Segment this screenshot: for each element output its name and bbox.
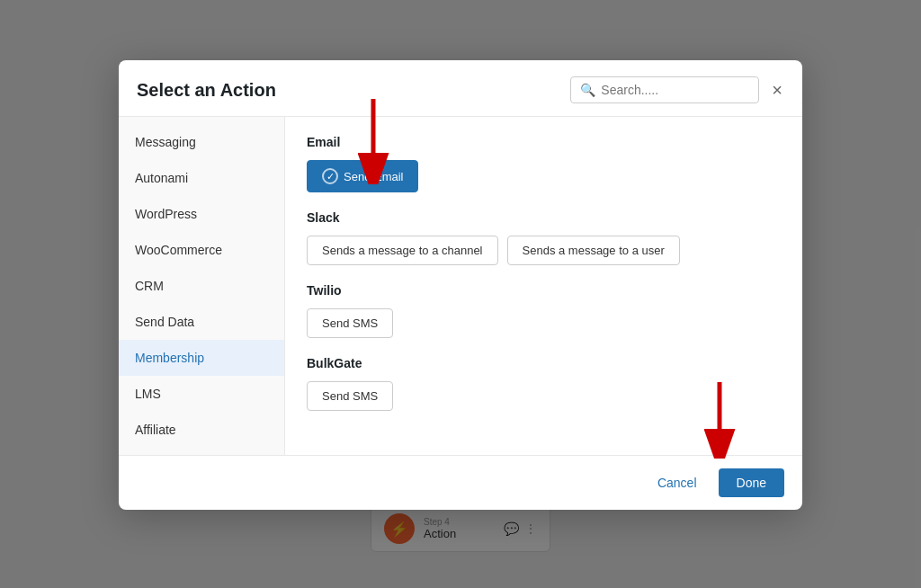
slack-channel-button[interactable]: Sends a message to a channel <box>307 236 498 265</box>
close-button[interactable]: × <box>770 79 784 101</box>
search-icon: 🔍 <box>580 83 595 97</box>
sidebar-item-crm[interactable]: CRM <box>119 268 284 304</box>
twilio-sms-button[interactable]: Send SMS <box>307 308 393 338</box>
done-button[interactable]: Done <box>719 468 784 497</box>
send-email-label: Send Email <box>344 170 403 183</box>
section-bulkgate-title: BulkGate <box>307 356 781 370</box>
slack-actions: Sends a message to a channel Sends a mes… <box>307 236 781 265</box>
section-email-title: Email <box>307 135 781 149</box>
sidebar-item-send-data[interactable]: Send Data <box>119 304 284 340</box>
modal-body: Messaging Autonami WordPress WooCommerce… <box>119 117 802 455</box>
slack-user-button[interactable]: Sends a message to a user <box>507 236 680 265</box>
main-content: Email ✓ Send Email Slack Sends a message… <box>285 117 802 455</box>
email-actions: ✓ Send Email <box>307 160 781 192</box>
sidebar-item-autonami[interactable]: Autonami <box>119 160 284 196</box>
search-input[interactable] <box>601 83 749 97</box>
select-action-modal: Select an Action 🔍 × Messaging Autonami … <box>119 60 802 510</box>
modal-header-right: 🔍 × <box>570 76 784 103</box>
sidebar-item-lms[interactable]: LMS <box>119 376 284 412</box>
modal-header: Select an Action 🔍 × <box>119 60 802 117</box>
sidebar-item-messaging[interactable]: Messaging <box>119 124 284 160</box>
section-slack-title: Slack <box>307 210 781 225</box>
sidebar-item-wordpress[interactable]: WordPress <box>119 196 284 232</box>
modal-title: Select an Action <box>137 80 276 101</box>
search-box[interactable]: 🔍 <box>570 76 759 103</box>
twilio-actions: Send SMS <box>307 308 781 338</box>
send-email-button[interactable]: ✓ Send Email <box>307 160 418 192</box>
sidebar-item-membership[interactable]: Membership <box>119 340 284 376</box>
section-twilio-title: Twilio <box>307 283 781 298</box>
sidebar-item-affiliate[interactable]: Affiliate <box>119 412 284 448</box>
sidebar-item-woocommerce[interactable]: WooCommerce <box>119 232 284 268</box>
sidebar: Messaging Autonami WordPress WooCommerce… <box>119 117 285 455</box>
check-icon: ✓ <box>322 168 338 184</box>
cancel-button[interactable]: Cancel <box>645 468 710 497</box>
modal-footer: Cancel Done <box>119 455 802 510</box>
bulkgate-sms-button[interactable]: Send SMS <box>307 381 393 411</box>
bulkgate-actions: Send SMS <box>307 381 781 411</box>
